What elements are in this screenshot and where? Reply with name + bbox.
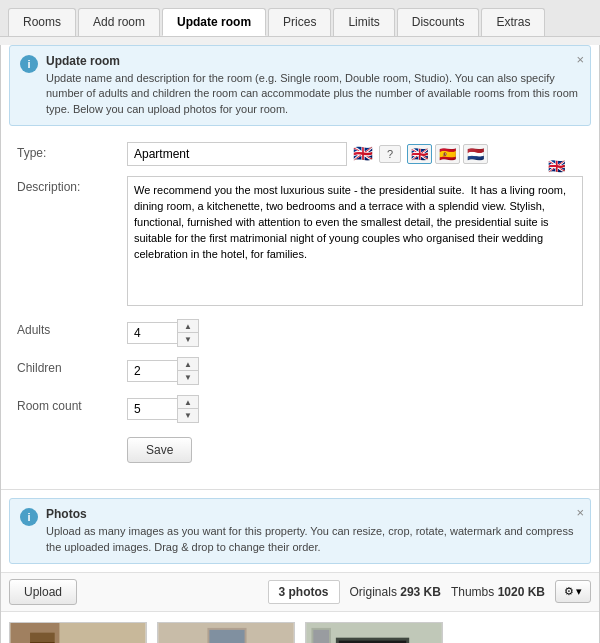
type-row: Type: 🇬🇧 ? 🇬🇧 🇪🇸 🇳🇱 (17, 142, 583, 166)
gb-flag-type: 🇬🇧 (353, 146, 373, 162)
adults-spinner: ▲ ▼ (177, 319, 199, 347)
description-row: Description: 🇬🇧 We recommend you the mos… (17, 176, 583, 309)
photos-settings-button[interactable]: ⚙ ▾ (555, 580, 591, 603)
info-icon: i (20, 55, 38, 73)
update-room-form: Type: 🇬🇧 ? 🇬🇧 🇪🇸 🇳🇱 Description: (1, 134, 599, 485)
type-label: Type: (17, 142, 127, 160)
upload-button[interactable]: Upload (9, 579, 77, 605)
photos-thumbs: Thumbs 1020 KB (451, 585, 545, 599)
tab-discounts[interactable]: Discounts (397, 8, 480, 36)
room-count-row: Room count ▲ ▼ (17, 395, 583, 423)
lang-flags: 🇬🇧 🇪🇸 🇳🇱 (407, 144, 488, 164)
room-count-decrement[interactable]: ▼ (178, 409, 198, 422)
photos-info-close[interactable]: × (576, 505, 584, 520)
photos-info-box: i Photos Upload as many images as you wa… (9, 498, 591, 564)
tab-rooms[interactable]: Rooms (8, 8, 76, 36)
gb-flag-desc: 🇬🇧 (548, 158, 565, 174)
children-input[interactable] (127, 360, 177, 382)
description-textarea[interactable]: We recommend you the most luxurious suit… (127, 176, 583, 306)
tab-limits[interactable]: Limits (333, 8, 394, 36)
photo-thumb-2[interactable] (157, 622, 295, 643)
photos-grid (1, 612, 599, 643)
photo-thumb-3[interactable] (305, 622, 443, 643)
main-content: i Update room Update name and descriptio… (0, 45, 600, 643)
children-spinner: ▲ ▼ (177, 357, 199, 385)
update-room-info-close[interactable]: × (576, 52, 584, 67)
photos-info-icon: i (20, 508, 38, 526)
flag-nl-btn[interactable]: 🇳🇱 (463, 144, 488, 164)
photos-section: i Photos Upload as many images as you wa… (1, 489, 599, 643)
tab-extras[interactable]: Extras (481, 8, 545, 36)
room-count-spinner: ▲ ▼ (177, 395, 199, 423)
save-row: Save (17, 433, 583, 463)
room-count-label: Room count (17, 395, 127, 413)
settings-chevron-icon: ▾ (576, 585, 582, 598)
flag-es-btn[interactable]: 🇪🇸 (435, 144, 460, 164)
adults-label: Adults (17, 319, 127, 337)
update-room-info-box: i Update room Update name and descriptio… (9, 45, 591, 126)
help-button[interactable]: ? (379, 145, 401, 163)
photos-count: 3 photos (268, 580, 340, 604)
tab-add-room[interactable]: Add room (78, 8, 160, 36)
photos-originals: Originals 293 KB (350, 585, 441, 599)
update-room-info-desc: Update name and description for the room… (46, 71, 580, 117)
svg-rect-37 (313, 630, 329, 643)
photo-thumb-1[interactable] (9, 622, 147, 643)
update-room-info-title: Update room (46, 54, 580, 68)
adults-increment[interactable]: ▲ (178, 320, 198, 333)
room-count-input[interactable] (127, 398, 177, 420)
children-row: Children ▲ ▼ (17, 357, 583, 385)
adults-row: Adults ▲ ▼ (17, 319, 583, 347)
tab-update-room[interactable]: Update room (162, 8, 266, 36)
svg-marker-7 (30, 633, 54, 643)
room-count-increment[interactable]: ▲ (178, 396, 198, 409)
children-increment[interactable]: ▲ (178, 358, 198, 371)
description-label: Description: (17, 176, 127, 194)
svg-rect-23 (209, 630, 244, 643)
adults-decrement[interactable]: ▼ (178, 333, 198, 346)
photos-toolbar: Upload 3 photos Originals 293 KB Thumbs … (1, 572, 599, 612)
photos-info-title: Photos (46, 507, 580, 521)
type-input[interactable] (127, 142, 347, 166)
adults-input[interactable] (127, 322, 177, 344)
settings-gear-icon: ⚙ (564, 585, 574, 598)
tabs-bar: Rooms Add room Update room Prices Limits… (0, 0, 600, 37)
save-button[interactable]: Save (127, 437, 192, 463)
flag-gb-btn[interactable]: 🇬🇧 (407, 144, 432, 164)
photos-info-desc: Upload as many images as you want for th… (46, 524, 580, 555)
tab-prices[interactable]: Prices (268, 8, 331, 36)
children-decrement[interactable]: ▼ (178, 371, 198, 384)
children-label: Children (17, 357, 127, 375)
